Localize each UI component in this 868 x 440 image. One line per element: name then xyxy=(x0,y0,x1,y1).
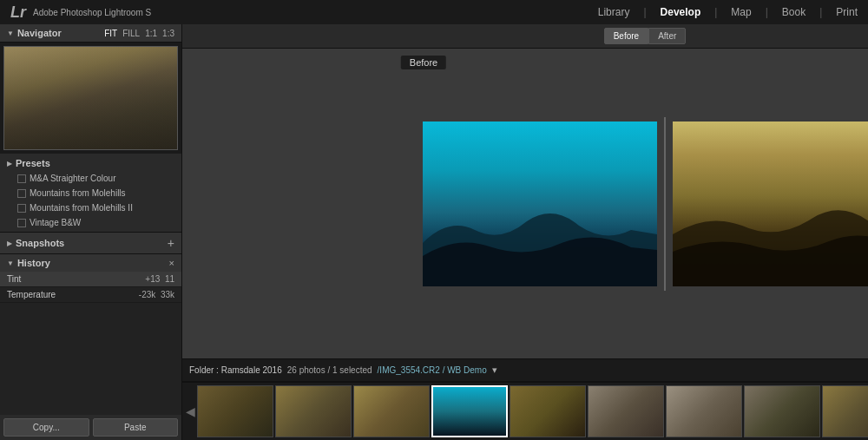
history-item-2-val: -23k 33k xyxy=(139,290,174,299)
before-image-content xyxy=(423,121,657,286)
history-item-1[interactable]: Tint +13 11 xyxy=(0,272,181,287)
center-wrapper: Before After ◀ ▶ ⊟ ▾ Before After xyxy=(182,24,868,440)
before-after-buttons: Before After xyxy=(604,28,687,44)
nav-sep-2: | xyxy=(714,6,717,18)
preset-item-4[interactable]: Vintage B&W xyxy=(0,215,181,230)
preset-icon-4 xyxy=(17,219,26,227)
copy-paste-bar: Copy... Paste xyxy=(0,415,181,440)
history-item-2-name: Temperature xyxy=(7,290,56,299)
preset-label-3: Mountains from Molehills II xyxy=(30,203,133,213)
presets-section: ▶ Presets M&A Straighter Colour Mountain… xyxy=(0,154,181,233)
filmstrip-thumb-2[interactable] xyxy=(275,385,352,437)
filmstrip-thumb-6[interactable] xyxy=(588,385,664,437)
history-header-left: ▼ History xyxy=(7,258,50,268)
filmstrip-info-bar: Folder : Ramsdale 2016 26 photos / 1 sel… xyxy=(182,358,868,381)
app-name: Adobe Photoshop Lightroom S xyxy=(33,8,151,17)
nav-fit[interactable]: FIT xyxy=(104,29,117,38)
nav-1-3[interactable]: 1:3 xyxy=(162,29,174,38)
preset-icon-2 xyxy=(17,189,26,198)
lr-logo: Lr xyxy=(10,3,26,22)
nav-sep-3: | xyxy=(766,6,768,18)
snapshots-header-left: ▶ Snapshots xyxy=(7,238,64,248)
filmstrip-thumb-9[interactable] xyxy=(822,385,868,437)
before-image-svg xyxy=(423,121,657,286)
history-header[interactable]: ▼ History × xyxy=(0,254,181,272)
image-area: Before After xyxy=(182,49,868,358)
snapshots-section: ▶ Snapshots + xyxy=(0,233,181,254)
before-after-divider xyxy=(664,117,666,291)
history-section: ▼ History × Tint +13 11 Temperature -23k xyxy=(0,254,181,415)
fs-dropdown-icon[interactable]: ▾ xyxy=(492,364,497,376)
preset-item-3[interactable]: Mountains from Molehills II xyxy=(0,200,181,215)
nav-develop[interactable]: Develop xyxy=(661,6,701,18)
svg-rect-2 xyxy=(433,387,506,436)
navigator-header-left: ▼ Navigator xyxy=(7,28,62,38)
snapshots-title: Snapshots xyxy=(16,238,64,248)
nav-sep-1: | xyxy=(643,6,646,18)
selected-thumb-svg xyxy=(433,387,506,436)
filmstrip-thumb-5[interactable] xyxy=(510,385,586,437)
before-label: Before xyxy=(401,56,446,69)
before-image xyxy=(423,121,657,286)
filmstrip-thumb-7[interactable] xyxy=(666,385,742,437)
after-image xyxy=(673,121,868,286)
snapshots-add[interactable]: + xyxy=(168,236,174,250)
before-button[interactable]: Before xyxy=(604,28,648,44)
preset-label-2: Mountains from Molehills xyxy=(30,188,126,198)
preset-icon-3 xyxy=(17,204,26,213)
after-image-content xyxy=(673,121,868,286)
preset-label-1: M&A Straighter Colour xyxy=(30,174,116,183)
fs-folder: Folder : Ramsdale 2016 xyxy=(189,365,282,375)
copy-button[interactable]: Copy... xyxy=(3,418,89,437)
presets-title: Presets xyxy=(16,158,50,168)
preset-label-4: Vintage B&W xyxy=(30,218,81,227)
paste-button[interactable]: Paste xyxy=(93,418,179,437)
fs-filename[interactable]: /IMG_3554.CR2 / WB Demo xyxy=(378,365,487,375)
presets-triangle: ▶ xyxy=(7,160,12,167)
view-toolbar: Before After ◀ ▶ ⊟ ▾ xyxy=(182,24,868,49)
filmstrip-thumb-1[interactable] xyxy=(197,385,273,437)
nav-sep-4: | xyxy=(819,6,822,18)
left-panel: ▼ Navigator FIT FILL 1:1 1:3 ▶ Presets M… xyxy=(0,24,182,440)
after-button[interactable]: After xyxy=(648,28,686,44)
nav-print[interactable]: Print xyxy=(836,6,858,18)
main-area: ▼ Navigator FIT FILL 1:1 1:3 ▶ Presets M… xyxy=(0,24,868,440)
history-item-1-name: Tint xyxy=(7,274,21,284)
snapshots-triangle: ▶ xyxy=(7,240,12,247)
nav-1-1[interactable]: 1:1 xyxy=(145,29,157,38)
filmstrip: ◀ ▶ xyxy=(182,381,868,440)
filmstrip-thumb-4-selected[interactable] xyxy=(431,385,508,437)
history-item-1-val: +13 11 xyxy=(145,274,174,284)
preset-item-1[interactable]: M&A Straighter Colour xyxy=(0,171,181,186)
presets-header[interactable]: ▶ Presets xyxy=(0,155,181,171)
nav-map[interactable]: Map xyxy=(731,6,751,18)
navigator-title: Navigator xyxy=(17,28,62,38)
preset-item-2[interactable]: Mountains from Molehills xyxy=(0,186,181,200)
nav-book[interactable]: Book xyxy=(782,6,806,18)
filmstrip-thumb-8[interactable] xyxy=(744,385,820,437)
top-nav: Library | Develop | Map | Book | Print xyxy=(598,6,858,18)
filmstrip-nav-left[interactable]: ◀ xyxy=(186,404,195,418)
history-list: Tint +13 11 Temperature -23k 33k xyxy=(0,272,181,415)
navigator-preview xyxy=(0,43,181,154)
top-bar: Lr Adobe Photoshop Lightroom S Library |… xyxy=(0,0,868,24)
navigator-options: FIT FILL 1:1 1:3 xyxy=(104,29,174,38)
history-triangle: ▼ xyxy=(7,259,14,267)
filmstrip-thumb-3[interactable] xyxy=(353,385,430,437)
history-title: History xyxy=(17,258,50,268)
app-brand: Lr Adobe Photoshop Lightroom S xyxy=(10,3,151,22)
nav-fill[interactable]: FILL xyxy=(122,29,140,38)
navigator-thumbnail xyxy=(3,46,178,150)
snapshots-header[interactable]: ▶ Snapshots + xyxy=(0,233,181,253)
history-close[interactable]: × xyxy=(169,258,174,268)
preset-icon-1 xyxy=(17,174,26,183)
fs-count: 26 photos / 1 selected xyxy=(287,365,372,375)
navigator-triangle: ▼ xyxy=(7,30,14,37)
navigator-header[interactable]: ▼ Navigator FIT FILL 1:1 1:3 xyxy=(0,24,181,43)
after-image-svg xyxy=(673,121,868,286)
nav-library[interactable]: Library xyxy=(598,6,630,18)
images-row xyxy=(182,49,868,358)
history-item-2[interactable]: Temperature -23k 33k xyxy=(0,287,181,303)
